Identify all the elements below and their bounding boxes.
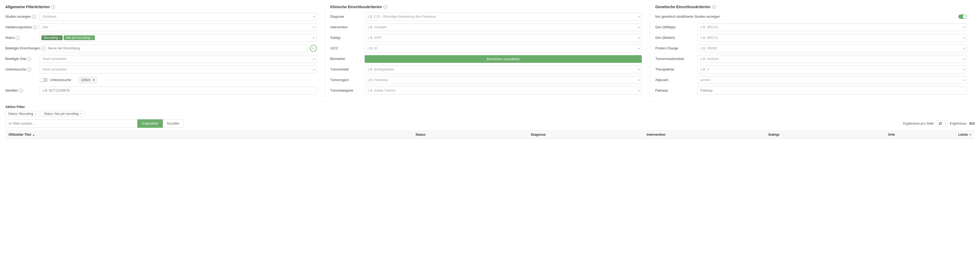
- gen-mutiert-row: Gen (Mutiert) z.B. BRCA1 ▾: [655, 34, 967, 42]
- identifier-info-icon[interactable]: i: [19, 89, 23, 93]
- gen-wildtyp-select[interactable]: z.B. BRCA1: [698, 23, 967, 31]
- pathway-row: Pathway: [655, 87, 967, 95]
- protein-select-wrapper: z.B. V600E ▾: [698, 44, 967, 52]
- status-tag-not-recruiting-remove[interactable]: ×: [91, 36, 92, 40]
- validierung-info-icon[interactable]: i: [33, 25, 37, 29]
- umkreis-toggle-group: Umkreissuche 100km ▾: [40, 77, 97, 83]
- validierung-select[interactable]: Alle: [40, 23, 317, 31]
- uicc-label: UICC: [330, 46, 364, 50]
- active-filter-not-recruiting-remove[interactable]: ×: [80, 112, 82, 115]
- status-tag-recruiting-remove[interactable]: ×: [59, 36, 60, 40]
- tumormutation-select[interactable]: z.B. medium: [698, 55, 967, 63]
- gen-mutiert-select[interactable]: z.B. BRCA1: [698, 34, 967, 42]
- einrichtungen-row: Beteiligte Einrichtungen i +: [5, 44, 317, 52]
- table-header: Offizieller Titel ▲ Status Diagnose Inte…: [5, 130, 975, 139]
- adjuvant-select[interactable]: ja/nein: [698, 76, 967, 84]
- th-orte[interactable]: Orte: [832, 133, 950, 136]
- uicc-select[interactable]: z.B. IA: [364, 44, 642, 52]
- subtyp-label: Subtyp: [330, 36, 364, 40]
- clinical-title-text: Klinische Einschlusskriterien: [330, 5, 382, 9]
- tumorkategorie-select[interactable]: z.B. Solide Tumore: [364, 87, 642, 95]
- stratifiziert-toggle[interactable]: [958, 14, 967, 19]
- title-tabs: Originaltitel Kurztitel: [137, 119, 184, 128]
- general-section-title: Allgemeine Filterkriterien i: [5, 5, 317, 9]
- diagnose-select[interactable]: z.B. C25 - Bösartige Neubildung des Pank…: [364, 13, 642, 21]
- pathway-input[interactable]: [698, 87, 967, 95]
- per-page-select[interactable]: 15 10 25 50: [936, 121, 948, 126]
- einrichtungen-input[interactable]: [45, 44, 308, 52]
- protein-select[interactable]: z.B. V600E: [698, 44, 967, 52]
- einrichtungen-add-button[interactable]: +: [310, 45, 317, 52]
- intervention-row: Intervention z.B. Cisplatin ▾: [330, 23, 642, 31]
- umkreis-info-icon[interactable]: i: [27, 68, 31, 71]
- uicc-select-wrapper: z.B. IA ▾: [364, 44, 642, 52]
- einrichtungen-label: Beteiligte Einrichtungen i: [5, 46, 45, 51]
- orte-row: Beteiligte Orte i Stadt auswählen ▾: [5, 55, 317, 63]
- results-count-label: Ergebnisse:: [950, 122, 967, 125]
- genetic-filter-section: Genetische Einschlusskriterien i Nur gen…: [650, 5, 975, 97]
- orte-info-icon[interactable]: i: [27, 57, 31, 61]
- tumorkategorie-row: Tumorkategorie z.B. Solide Tumore ▾: [330, 87, 642, 95]
- identifier-input[interactable]: [40, 87, 317, 95]
- status-info-icon[interactable]: i: [16, 36, 19, 40]
- orte-select-wrapper: Stadt auswählen ▾: [40, 55, 317, 63]
- filter-sections: Allgemeine Filterkriterien i Studien anz…: [5, 5, 975, 97]
- diagnose-select-wrapper: z.B. C25 - Bösartige Neubildung des Pank…: [364, 13, 642, 21]
- general-info-icon[interactable]: i: [51, 5, 55, 9]
- active-filter-tag-recruiting: Status: Recruiting ×: [5, 111, 39, 117]
- orte-select[interactable]: Stadt auswählen: [40, 55, 317, 63]
- status-tag-not-recruiting: Not yet recruiting ×: [64, 35, 95, 40]
- therapielinie-label: Therapielinie: [655, 68, 698, 71]
- subtyp-select[interactable]: z.B. GIST: [364, 34, 642, 42]
- active-filters-section: Aktive Filter Status: Recruiting × Statu…: [5, 101, 975, 128]
- umkreis-control: Stadt auswählen ▾: [40, 65, 317, 73]
- biomarker-row: Biomarker Biomarker auswählen: [330, 55, 642, 63]
- status-tags-input[interactable]: Recruiting × Not yet recruiting × ▾: [40, 34, 317, 42]
- tab-kurztitel[interactable]: Kurztitel: [163, 119, 184, 128]
- clinical-filter-section: Klinische Einschlusskriterien i Diagnose…: [325, 5, 650, 97]
- tumormutation-label: Tumormutationslast: [655, 57, 698, 61]
- th-letzte[interactable]: Letzte ▼: [950, 133, 972, 136]
- therapielinie-select[interactable]: z.B. 2: [698, 65, 967, 73]
- studien-select[interactable]: Sichtbare: [40, 13, 317, 21]
- studien-row: Studien anzeigen i Sichtbare ▾: [5, 13, 317, 21]
- tumorregion-control: z.B. Pankreas ▾: [364, 76, 642, 84]
- tumorentitaet-select[interactable]: z.B. Bindegewebe: [364, 65, 642, 73]
- einrichtungen-control: +: [45, 44, 317, 52]
- per-page-label: Ergebnisse pro Seite: [903, 122, 934, 125]
- umkreis-row: Umkreissuche i Stadt auswählen ▾: [5, 65, 317, 73]
- th-diagnose[interactable]: Diagnose: [480, 133, 597, 136]
- pathway-label: Pathway: [655, 89, 698, 92]
- active-filter-tags: Status: Recruiting × Status: Not yet rec…: [5, 111, 975, 117]
- adjuvant-row: Adjuvant ja/nein ▾: [655, 76, 967, 84]
- adjuvant-label: Adjuvant: [655, 78, 698, 82]
- biomarker-button[interactable]: Biomarker auswählen: [364, 55, 642, 63]
- adjuvant-select-wrapper: ja/nein ▾: [698, 76, 967, 84]
- th-status[interactable]: Status: [362, 133, 480, 136]
- diagnose-control: z.B. C25 - Bösartige Neubildung des Pank…: [364, 13, 642, 21]
- active-filter-tag-not-recruiting: Status: Not yet recruiting ×: [41, 111, 85, 117]
- tab-originaltitel[interactable]: Originaltitel: [137, 119, 163, 128]
- umkreis-select[interactable]: Stadt auswählen: [40, 65, 317, 73]
- genetic-info-icon[interactable]: i: [712, 5, 716, 9]
- clinical-info-icon[interactable]: i: [383, 5, 387, 9]
- th-subtyp[interactable]: Subtyp: [715, 133, 833, 136]
- subtyp-select-wrapper: z.B. GIST ▾: [364, 34, 642, 42]
- search-input[interactable]: [5, 119, 137, 128]
- einrichtungen-info-icon[interactable]: i: [41, 46, 45, 51]
- active-filter-recruiting-remove[interactable]: ×: [35, 112, 37, 115]
- tumorkategorie-label: Tumorkategorie: [330, 89, 364, 92]
- th-intervention[interactable]: Intervention: [597, 133, 715, 136]
- th-title[interactable]: Offizieller Titel ▲: [8, 133, 362, 136]
- protein-label: Protein Change: [655, 46, 698, 50]
- studien-info-icon[interactable]: i: [32, 15, 36, 19]
- therapielinie-select-wrapper: z.B. 2 ▾: [698, 65, 967, 73]
- intervention-select[interactable]: z.B. Cisplatin: [364, 23, 642, 31]
- umkreis-toggle-label: Umkreissuche: [50, 78, 71, 82]
- stratifiziert-control: [720, 14, 967, 19]
- umkreis-toggle[interactable]: [40, 78, 48, 82]
- tumorregion-select[interactable]: z.B. Pankreas: [364, 76, 642, 84]
- clinical-section-title: Klinische Einschlusskriterien i: [330, 5, 642, 9]
- protein-control: z.B. V600E ▾: [698, 44, 967, 52]
- umkreis-distance-input[interactable]: 100km ▾: [78, 77, 97, 83]
